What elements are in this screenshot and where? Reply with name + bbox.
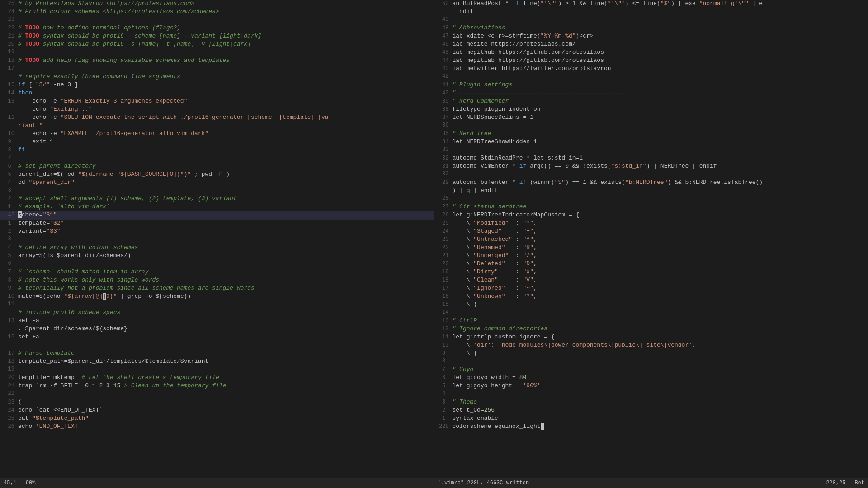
code-line: 14 then bbox=[0, 89, 434, 98]
code-line: 18 # TODO add help flag showing availabl… bbox=[0, 57, 434, 65]
code-line: 40 " -----------------------------------… bbox=[434, 89, 868, 98]
code-line: 25 cat "$template_path" bbox=[0, 415, 434, 423]
left-status-bar: 45,1 90% bbox=[0, 478, 434, 488]
code-line: 9 exit 1 bbox=[0, 138, 434, 146]
right-status-mode: Bot bbox=[854, 480, 864, 486]
code-line: 32 autocmd StdinReadPre * let s:std_in=1 bbox=[434, 155, 868, 163]
code-line: . $parent_dir/schemes/${scheme} bbox=[0, 325, 434, 333]
code-line: 39 " Nerd Commenter bbox=[434, 98, 868, 106]
code-line: 49 bbox=[434, 16, 868, 24]
code-line: 4 cd "$parent_dir" bbox=[0, 179, 434, 187]
code-line: 28 bbox=[434, 195, 868, 203]
code-line: 7 " Goyo bbox=[434, 366, 868, 374]
code-line: 13 set -a bbox=[0, 317, 434, 325]
code-line: 10 \ 'dir': 'node_modules\|bower_compone… bbox=[434, 342, 868, 350]
left-status-text: 45,1 bbox=[4, 480, 17, 486]
code-line: 47 iab xdate <c-r>=strftime("%Y-%m-%d")<… bbox=[434, 33, 868, 41]
code-line: 6 let g:goyo_width = 80 bbox=[434, 374, 868, 382]
code-line: 34 let NERDTreeShowHidden=1 bbox=[434, 138, 868, 146]
code-line: echo "Exiting..." bbox=[0, 106, 434, 114]
code-line: 50 au BufReadPost * if line("'\"") > 1 &… bbox=[434, 0, 868, 8]
code-line: 36 bbox=[434, 122, 868, 130]
code-line: 2 set t_Co=256 bbox=[434, 407, 868, 415]
code-line: 45 iab megithub https://github.com/prote… bbox=[434, 49, 868, 57]
right-status-bar: ".vimrc" 228L, 4663C written 228,25 Bot bbox=[434, 478, 868, 488]
code-line: # include prot16 scheme specs bbox=[0, 309, 434, 317]
code-line: 6 bbox=[0, 260, 434, 268]
code-line: 8 # note this works only with single wor… bbox=[0, 277, 434, 285]
code-line: 19 bbox=[0, 49, 434, 57]
code-line: 27 " Git status nerdtree bbox=[434, 203, 868, 211]
left-pane: 25 # By Protesilaos Stavrou <https://pro… bbox=[0, 0, 434, 478]
code-line: 44 iab megitlab https://gitlab.com/prote… bbox=[434, 57, 868, 65]
code-line: 31 autocmd VimEnter * if argc() == 0 && … bbox=[434, 163, 868, 171]
code-line: 22 # TODO how to define terminal options… bbox=[0, 24, 434, 33]
code-line: ndif bbox=[434, 8, 868, 16]
code-line: 17 \ "Ignored" : "~", bbox=[434, 285, 868, 293]
code-line: 37 let NERDSpaceDelims = 1 bbox=[434, 114, 868, 122]
code-line: 10 match=$(echo "${array[@]|0}" | grep -… bbox=[0, 293, 434, 301]
right-code-area[interactable]: 50 au BufReadPost * if line("'\"") > 1 &… bbox=[434, 0, 868, 478]
code-line: 20 \ "Deleted" : "D", bbox=[434, 260, 868, 268]
right-status-position: 228,25 bbox=[826, 480, 845, 486]
code-line: 21 trap `rm -f $FILE` 0 1 2 3 15 # Clean… bbox=[0, 382, 434, 390]
code-line: 22 \ "Renamed" : "R", bbox=[434, 244, 868, 252]
code-line: 17 bbox=[0, 65, 434, 73]
code-line: 18 template_path=$parent_dir/templates/$… bbox=[0, 358, 434, 366]
bottom-bar: 45,1 90% ".vimrc" 228L, 4663C written 22… bbox=[0, 478, 868, 488]
code-line: 12 " Ignore common directories bbox=[434, 325, 868, 333]
code-line: 15 if [ "$#" -ne 3 ] bbox=[0, 81, 434, 89]
code-line: 10 echo -e "EXAMPLE ./prot16-generator a… bbox=[0, 130, 434, 138]
code-line: 13 " CtrlP bbox=[434, 317, 868, 325]
code-line: 11 bbox=[0, 301, 434, 309]
code-line: 24 echo `cat <<END_OF_TEXT` bbox=[0, 407, 434, 415]
code-line: 25 \ "Modified" : "*", bbox=[434, 220, 868, 228]
code-line: 46 iab mesite https://protesilaos.com/ bbox=[434, 41, 868, 49]
code-line: 8 bbox=[434, 358, 868, 366]
code-line: 1 # example: `alto vim dark` bbox=[0, 203, 434, 211]
code-line: 42 bbox=[434, 73, 868, 81]
code-line: 6 # set parent directory bbox=[0, 163, 434, 171]
code-line: 7 bbox=[0, 155, 434, 163]
code-line: 8 fi bbox=[0, 146, 434, 155]
code-line: 5 let g:goyo_height = '90%' bbox=[434, 382, 868, 390]
code-line: 3 bbox=[0, 236, 434, 244]
left-code-area[interactable]: 25 # By Protesilaos Stavrou <https://pro… bbox=[0, 0, 434, 478]
code-line: 16 \ "Unknown" : "?", bbox=[434, 293, 868, 301]
code-line: 23 bbox=[0, 16, 434, 24]
code-line: riant]" bbox=[0, 122, 434, 130]
code-line: 2 # accept shell arguments (1) scheme, (… bbox=[0, 195, 434, 203]
code-line: 15 \ } bbox=[434, 301, 868, 309]
code-line: 33 bbox=[434, 146, 868, 155]
code-line: 5 parent_dir=$( cd "$(dirname "${BASH_SO… bbox=[0, 171, 434, 179]
code-line: 20 # TODO syntax should be prot16 -s [na… bbox=[0, 41, 434, 49]
code-line: 14 bbox=[434, 309, 868, 317]
code-line: 23 ( bbox=[0, 399, 434, 407]
code-line: 9 # technically not a problem since all … bbox=[0, 285, 434, 293]
code-line: 20 tempfile=`mktemp` # Let the shell cre… bbox=[0, 374, 434, 382]
code-line: 23 \ "Untracked" : "^", bbox=[434, 236, 868, 244]
code-line: 48 " Abbreviations bbox=[434, 24, 868, 33]
code-line: 26 let g:NERDTreeIndicatorMapCustom = { bbox=[434, 211, 868, 220]
code-line: 18 \ "Clean" : "V", bbox=[434, 277, 868, 285]
code-line: 25 # By Protesilaos Stavrou <https://pro… bbox=[0, 0, 434, 8]
code-line: 17 # Parse template bbox=[0, 350, 434, 358]
right-file-info: ".vimrc" 228L, 4663C written bbox=[438, 480, 529, 486]
code-line: 29 autocmd bufenter * if (winnr("$") == … bbox=[434, 179, 868, 187]
code-line: 24 # Prot16 colour schemes <https://prot… bbox=[0, 8, 434, 16]
code-line: # require exactly three command line arg… bbox=[0, 73, 434, 81]
code-line: 22 bbox=[0, 390, 434, 399]
code-line: 1 template="$2" bbox=[0, 220, 434, 228]
code-line: 35 " Nerd Tree bbox=[434, 130, 868, 138]
code-line: 30 bbox=[434, 171, 868, 179]
code-line: 1 syntax enable bbox=[434, 415, 868, 423]
code-line: 11 echo -e "SOLUTION execute the script … bbox=[0, 114, 434, 122]
code-line: 9 \ } bbox=[434, 350, 868, 358]
code-line: 21 # TODO syntax should be prot16 --sche… bbox=[0, 33, 434, 41]
code-line: 228 colorscheme equinox_light bbox=[434, 423, 868, 431]
code-line: 24 \ "Staged" : "+", bbox=[434, 228, 868, 236]
code-line: 13 echo -e "ERROR Exactly 3 arguments ex… bbox=[0, 98, 434, 106]
left-percent-text: 90% bbox=[26, 480, 36, 486]
code-line: 21 \ "Unmerged" : "/", bbox=[434, 252, 868, 260]
code-line: 7 # `scheme` should match item in array bbox=[0, 268, 434, 277]
